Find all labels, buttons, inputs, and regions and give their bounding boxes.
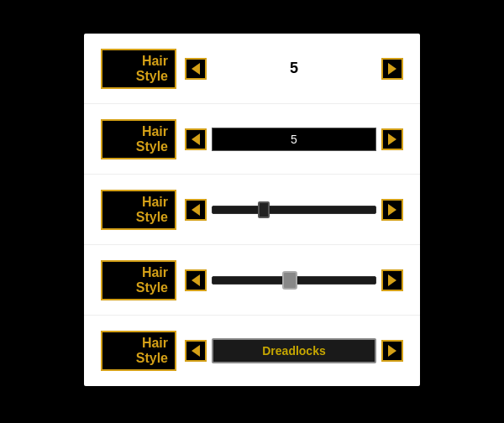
left-arrow-icon-2: [192, 133, 200, 145]
right-arrow-1[interactable]: [381, 58, 403, 80]
left-arrow-icon-5: [192, 345, 200, 357]
slider-thumb-4[interactable]: [282, 271, 297, 290]
controls-4: [185, 269, 403, 291]
left-arrow-5[interactable]: [185, 340, 207, 362]
right-arrow-icon-3: [388, 204, 396, 216]
label-hairstyle-1: Hair Style: [101, 49, 176, 89]
left-arrow-icon-4: [192, 274, 200, 286]
controls-5: Dreadlocks: [185, 338, 403, 363]
row-hairstyle-2: Hair Style 5: [84, 104, 420, 175]
right-arrow-5[interactable]: [381, 340, 403, 362]
label-hairstyle-2: Hair Style: [101, 119, 176, 159]
left-arrow-icon-3: [192, 204, 200, 216]
row-hairstyle-3: Hair Style: [84, 175, 420, 245]
label-hairstyle-3: Hair Style: [101, 190, 176, 230]
row-hairstyle-5: Hair Style Dreadlocks: [84, 316, 420, 386]
row-hairstyle-4: Hair Style: [84, 245, 420, 316]
dropdown-hairstyle[interactable]: Dreadlocks: [212, 338, 376, 363]
value-display-2: 5: [212, 128, 376, 151]
left-arrow-3[interactable]: [185, 199, 207, 221]
slider-thumb-3[interactable]: [258, 201, 270, 218]
right-arrow-2[interactable]: [381, 128, 403, 150]
value-display-1: 5: [212, 60, 376, 77]
left-arrow-icon-1: [192, 63, 200, 75]
right-arrow-icon-1: [388, 63, 396, 75]
controls-3: [185, 199, 403, 221]
label-hairstyle-4: Hair Style: [101, 260, 176, 300]
right-arrow-4[interactable]: [381, 269, 403, 291]
left-arrow-4[interactable]: [185, 269, 207, 291]
label-hairstyle-5: Hair Style: [101, 331, 176, 371]
panel: Hair Style 5 Hair Style 5: [84, 34, 420, 386]
slider-track-3[interactable]: [212, 206, 376, 214]
right-arrow-icon-2: [388, 133, 396, 145]
row-hairstyle-1: Hair Style 5: [84, 34, 420, 104]
right-arrow-icon-4: [388, 274, 396, 286]
main-container: Hair Style 5 Hair Style 5: [0, 0, 504, 423]
controls-2: 5: [185, 128, 403, 151]
left-arrow-1[interactable]: [185, 58, 207, 80]
right-arrow-icon-5: [388, 345, 396, 357]
controls-1: 5: [185, 58, 403, 80]
slider-track-4[interactable]: [212, 276, 376, 285]
left-arrow-2[interactable]: [185, 128, 207, 150]
right-arrow-3[interactable]: [381, 199, 403, 221]
